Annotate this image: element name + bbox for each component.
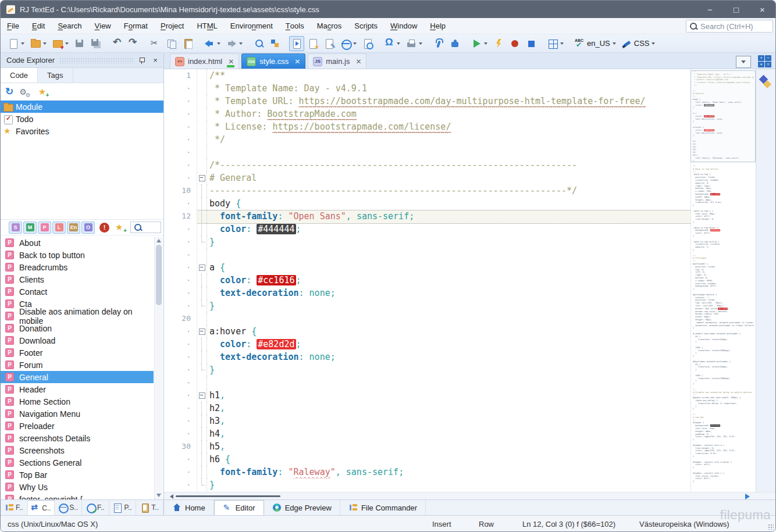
code-line[interactable]: · color: #444444; [164,223,690,235]
filter-o-button[interactable]: O [81,222,95,234]
menu-macros[interactable]: Macros [311,18,348,34]
menu-format[interactable]: Format [118,18,154,34]
list-item[interactable]: PClients [1,273,154,285]
tab-list-dropdown[interactable] [736,56,751,68]
navigate-forward-button[interactable] [224,36,245,51]
menu-tools[interactable]: Tools [279,18,311,34]
menu-search-box[interactable] [686,20,773,33]
compare-button[interactable] [268,36,283,51]
tools-button[interactable] [431,36,446,51]
editor-tab-main-js[interactable]: JSmain.js✕ [308,53,366,69]
window-layout-button[interactable] [545,36,566,51]
code-line[interactable]: · text-decoration: none; [164,287,690,299]
code-line[interactable]: ·} [164,235,690,248]
tree-item-module[interactable]: Module [1,101,163,113]
menu-help[interactable]: Help [423,18,452,34]
code-line[interactable]: · [164,146,690,159]
view-tab-home[interactable]: Home [164,500,214,515]
minimap[interactable]: /** * Template Name: Day - v4.9.1 * Temp… [690,69,756,492]
menu-view[interactable]: View [88,18,118,34]
add-favorite-icon[interactable]: ★ [38,87,46,97]
code-line[interactable]: ·a:hover { [164,325,690,338]
settings-gears-icon[interactable]: ⚙ [19,87,27,97]
fold-collapse-icon[interactable] [197,325,207,338]
panel-tab-compare[interactable]: C.. [28,500,55,515]
menu-project[interactable]: Project [154,18,190,34]
list-item[interactable]: PWhy Us [1,481,154,493]
code-line[interactable]: ·h2, [164,402,690,415]
explorer-tab-tags[interactable]: Tags [38,68,73,83]
validate-document-button[interactable] [322,36,337,51]
code-editor[interactable]: 1/**· * Template Name: Day - v4.9.1· * T… [164,69,690,492]
filter-l-button[interactable]: L [52,222,66,234]
code-line[interactable]: ·} [164,479,690,491]
maximize-button[interactable]: □ [723,1,749,18]
plugins-button[interactable] [447,36,462,51]
list-item[interactable]: PForum [1,359,154,371]
browser-button[interactable] [338,36,359,51]
document-star-button[interactable] [305,36,321,51]
close-tab-icon[interactable]: ✕ [294,58,300,66]
menu-search[interactable]: Search [51,18,88,34]
pin-icon[interactable] [138,56,146,65]
editor-tab-style-css[interactable]: cssstyle.css✕ [241,53,305,69]
scroll-up-icon[interactable] [156,239,161,242]
cut-button[interactable] [148,36,163,51]
list-item[interactable]: PHome Section [1,395,154,408]
panel-tab-globe-check[interactable]: F.. [82,500,109,515]
navigate-back-button[interactable] [202,36,223,51]
code-line[interactable]: 20 [164,312,690,325]
scrollbar-thumb[interactable] [156,245,162,305]
list-item[interactable]: PGeneral [1,371,154,383]
save-button[interactable] [72,36,87,51]
fold-collapse-icon[interactable] [197,172,207,184]
run-button[interactable] [469,36,490,51]
minimize-button[interactable]: − [697,1,723,18]
list-item[interactable]: PPreloader [1,420,154,432]
hscroll-thumb[interactable] [176,495,280,497]
code-line[interactable]: · font-family: "Raleway", sans-serif; [164,466,690,479]
copy-button[interactable] [164,36,179,51]
quick-run-button[interactable] [491,36,506,51]
filter-m-button[interactable]: M [23,222,37,234]
menu-file[interactable]: File [1,18,26,34]
close-tab-icon[interactable]: ✕ [355,58,361,66]
code-line[interactable]: - [164,376,690,389]
editor-tab-index-html[interactable]: <>index.html✕ [170,53,239,69]
list-item[interactable]: Pfooter .copyright { [1,493,154,499]
code-line[interactable]: · * Template Name: Day - v4.9.1 [164,82,690,95]
code-line[interactable]: · */ [164,133,690,146]
menu-window[interactable]: Window [384,18,423,34]
close-button[interactable]: × [749,1,775,18]
tree-item-todo[interactable]: Todo [1,113,163,125]
code-line[interactable]: · * Template URL: https://bootstrapmade.… [164,95,690,108]
search-button[interactable] [251,36,266,51]
spellcheck-button[interactable]: en_US [572,36,618,51]
code-line[interactable]: ·h1, [164,389,690,402]
view-tab-editor[interactable]: Editor [214,500,264,515]
list-item[interactable]: PNavigation Menu [1,408,154,420]
code-line[interactable]: · color: #e82d2d; [164,338,690,351]
list-item[interactable]: PHeader [1,383,154,395]
code-line[interactable]: 1/** [164,69,690,82]
insert-symbol-button[interactable] [382,36,403,51]
horizontal-scrollbar[interactable] [164,492,776,499]
code-line[interactable]: · color: #cc1616; [164,274,690,287]
alert-filter-button[interactable]: ! [99,223,109,233]
list-item[interactable]: PDisable aos animation delay on mobile [1,310,154,322]
panel-tab-globe[interactable]: S.. [55,500,82,515]
menu-scripts[interactable]: Scripts [348,18,384,34]
list-item[interactable]: PTop Bar [1,469,154,481]
list-search-input[interactable] [144,223,155,233]
explorer-tab-code[interactable]: Code [1,68,38,83]
fold-collapse-icon[interactable] [197,261,207,274]
refresh-icon[interactable]: ↻ [5,85,13,98]
open-favorites-button[interactable] [50,36,71,51]
code-line[interactable]: - [164,248,690,261]
undo-button[interactable] [110,36,125,51]
list-search-box[interactable] [130,222,161,233]
redo-button[interactable] [126,36,141,51]
preview-in-browser-button[interactable] [360,36,375,51]
list-item[interactable]: PSections General [1,456,154,469]
list-item[interactable]: Pscreenshots Details [1,432,154,444]
